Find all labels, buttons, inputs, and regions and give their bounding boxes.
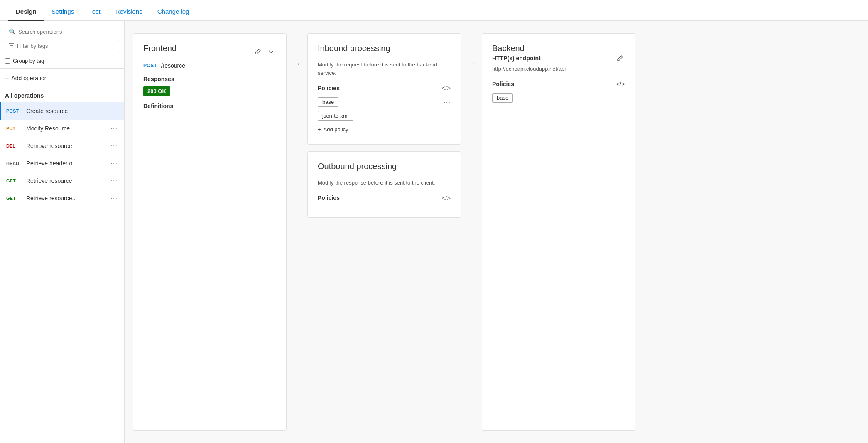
inbound-add-policy-button[interactable]: + Add policy (318, 125, 348, 134)
op-name-retrieve-header: Retrieve header o... (26, 160, 106, 167)
frontend-endpoint-path: /resource (161, 62, 185, 69)
operation-item-modify-resource[interactable]: PUT Modify Resource ··· (0, 120, 124, 137)
backend-code-button[interactable]: </> (616, 80, 625, 87)
all-operations-header: All operations (0, 88, 124, 102)
operation-item-remove-resource[interactable]: DEL Remove resource ··· (0, 137, 124, 155)
add-policy-label: Add policy (324, 126, 348, 133)
frontend-panel-header: Frontend (143, 44, 276, 59)
frontend-method-badge: POST (143, 63, 157, 69)
method-badge-del: DEL (6, 143, 23, 148)
method-badge-put: PUT (6, 126, 23, 131)
backend-policy-base-row: base ··· (492, 93, 625, 103)
backend-url: http://echoapi.cloudapp.net/api (492, 66, 625, 72)
sidebar-search-area: 🔍 (0, 21, 124, 58)
search-input-wrap[interactable]: 🔍 (5, 26, 119, 37)
outbound-policies-row: Policies </> (318, 194, 451, 202)
more-button-retrieve-resource-1[interactable]: ··· (109, 176, 119, 185)
inbound-policies-row: Policies </> (318, 84, 451, 91)
sidebar: 🔍 Group by tag + Add operation (0, 21, 125, 443)
inbound-policy-json-tag[interactable]: json-to-xml (318, 111, 353, 121)
arrow-1: → (287, 33, 307, 431)
group-by-tag-checkbox[interactable] (5, 58, 10, 64)
backend-title: Backend (492, 44, 525, 53)
inbound-description: Modify the request before it is sent to … (318, 61, 451, 77)
outbound-code-button[interactable]: </> (441, 194, 451, 202)
search-icon: 🔍 (9, 28, 16, 35)
frontend-title: Frontend (143, 44, 177, 53)
inbound-policies-label: Policies (318, 85, 340, 91)
inbound-policy-json-more[interactable]: ··· (444, 112, 451, 120)
frontend-method-endpoint: POST /resource (143, 62, 276, 69)
more-button-retrieve-header[interactable]: ··· (109, 159, 119, 168)
backend-panel: Backend HTTP(s) endpoint http://echoapi.… (482, 33, 635, 431)
filter-input-wrap[interactable] (5, 40, 119, 52)
top-nav: Design Settings Test Revisions Change lo… (0, 0, 868, 21)
method-badge-get-2: GET (6, 196, 23, 201)
more-button-remove-resource[interactable]: ··· (109, 141, 119, 150)
op-name-remove-resource: Remove resource (26, 143, 106, 149)
content-area: Frontend POST /resource (125, 21, 868, 443)
main-layout: 🔍 Group by tag + Add operation (0, 21, 868, 443)
operation-item-retrieve-resource-2[interactable]: GET Retrieve resource... ··· (0, 190, 124, 207)
method-badge-head: HEAD (6, 161, 23, 166)
tab-test[interactable]: Test (81, 3, 108, 21)
backend-policies-row: Policies </> (492, 80, 625, 87)
backend-policies-label: Policies (492, 81, 514, 87)
arrow-2: → (461, 33, 482, 431)
outbound-description: Modify the response before it is sent to… (318, 179, 451, 187)
frontend-edit-button[interactable] (253, 47, 263, 57)
inbound-policy-base-more[interactable]: ··· (444, 98, 451, 106)
tab-settings[interactable]: Settings (44, 3, 81, 21)
operation-item-retrieve-resource-1[interactable]: GET Retrieve resource ··· (0, 172, 124, 190)
op-name-modify-resource: Modify Resource (26, 125, 106, 132)
method-badge-get-1: GET (6, 178, 23, 183)
more-button-create-resource[interactable]: ··· (109, 106, 119, 116)
add-operation-label: Add operation (11, 75, 47, 81)
outbound-header: Outbound processing (318, 162, 451, 175)
tab-changelog[interactable]: Change log (150, 3, 197, 21)
more-button-retrieve-resource-2[interactable]: ··· (109, 194, 119, 203)
op-name-retrieve-resource-2: Retrieve resource... (26, 195, 106, 202)
outbound-title: Outbound processing (318, 162, 397, 171)
backend-edit-button[interactable] (615, 53, 625, 63)
outbound-processing-panel: Outbound processing Modify the response … (307, 151, 461, 218)
arrow-icon-1: → (292, 58, 302, 69)
inbound-header: Inbound processing (318, 44, 451, 57)
frontend-icon-group (253, 47, 276, 57)
operation-item-retrieve-header[interactable]: HEAD Retrieve header o... ··· (0, 155, 124, 172)
arrow-icon-2: → (467, 58, 476, 69)
search-input[interactable] (18, 29, 115, 35)
backend-endpoint-label: HTTP(s) endpoint (492, 55, 541, 62)
inbound-processing-panel: Inbound processing Modify the request be… (307, 33, 461, 145)
inbound-policy-json-row: json-to-xml ··· (318, 111, 451, 121)
op-name-retrieve-resource-1: Retrieve resource (26, 177, 106, 184)
inbound-policy-base-row: base ··· (318, 97, 451, 107)
group-by-tag-row: Group by tag (0, 58, 124, 68)
backend-endpoint-row: HTTP(s) endpoint (492, 53, 625, 63)
op-name-create-resource: Create resource (26, 108, 106, 114)
group-by-tag-label: Group by tag (13, 58, 44, 64)
filter-input[interactable] (17, 43, 115, 49)
frontend-response-badge[interactable]: 200 OK (143, 86, 170, 96)
add-policy-plus-icon: + (318, 126, 321, 133)
tab-revisions[interactable]: Revisions (108, 3, 150, 21)
method-badge-post-1: POST (6, 108, 23, 113)
outbound-policies-label: Policies (318, 194, 340, 201)
tab-design[interactable]: Design (8, 3, 44, 21)
plus-icon: + (5, 74, 9, 82)
operation-item-create-resource[interactable]: POST Create resource ··· (0, 102, 124, 120)
inbound-policy-base-tag[interactable]: base (318, 97, 338, 107)
frontend-chevron-button[interactable] (266, 47, 276, 57)
backend-policy-base-tag[interactable]: base (492, 93, 513, 103)
add-operation-button[interactable]: + Add operation (0, 69, 124, 88)
backend-policy-base-more[interactable]: ··· (618, 94, 625, 102)
frontend-responses-label: Responses (143, 76, 276, 82)
frontend-definitions-label: Definitions (143, 103, 276, 109)
middle-column: Inbound processing Modify the request be… (307, 33, 461, 431)
frontend-panel: Frontend POST /resource (133, 33, 287, 431)
inbound-code-button[interactable]: </> (441, 84, 451, 91)
filter-icon (9, 42, 15, 49)
more-button-modify-resource[interactable]: ··· (109, 124, 119, 133)
inbound-title: Inbound processing (318, 44, 390, 53)
